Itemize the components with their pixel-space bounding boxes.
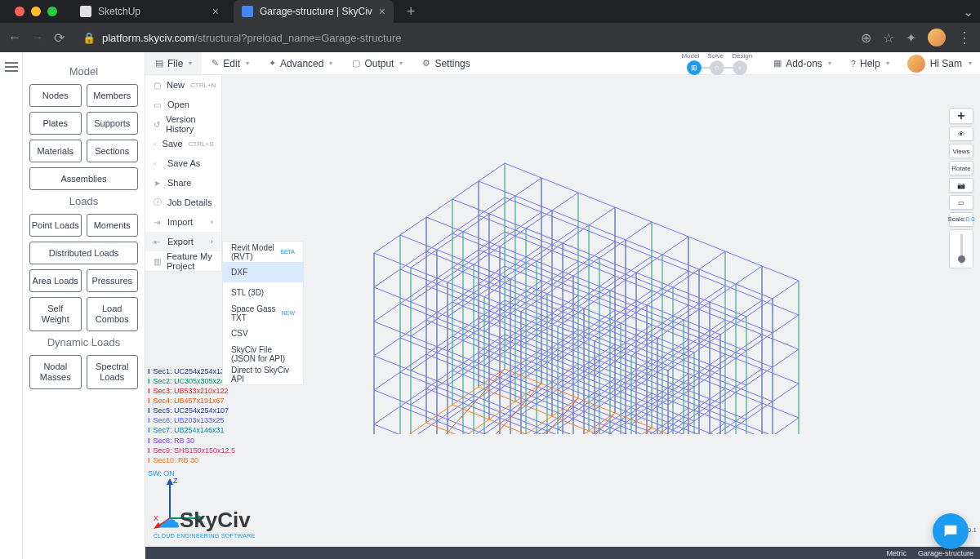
pencil-icon: ✎ <box>212 58 219 69</box>
app-toolbar: ▤ File▾ ✎ Edit▾ ✦ Advanced▾ ▢ Output▾ ⚙ … <box>145 52 980 75</box>
window-max[interactable] <box>47 7 57 16</box>
user-menu[interactable]: Hi Sam▾ <box>899 55 980 73</box>
file-menu-item[interactable]: ⇥Import› <box>145 212 221 232</box>
close-icon[interactable]: × <box>212 5 219 18</box>
export-menu-item[interactable]: Revit Model (RVT)BETA <box>223 242 303 262</box>
back-button[interactable]: ← <box>8 30 21 45</box>
panel-button[interactable]: Sections <box>87 140 139 162</box>
panel-button[interactable]: Members <box>87 84 139 107</box>
chat-button[interactable] <box>933 513 969 549</box>
menu-item-icon: ▢ <box>154 81 161 90</box>
panel-button[interactable]: Nodes <box>29 84 82 107</box>
panel-button[interactable]: SelfWeight <box>29 297 82 331</box>
panel-button[interactable]: Moments <box>87 214 139 237</box>
workflow-stages: Model Solve Design ⊞ ○ ▫ <box>681 52 752 75</box>
camera-button[interactable]: 📷 <box>949 178 973 193</box>
stage-model[interactable]: ⊞ <box>687 60 702 75</box>
view-tools: + 👁 Views Rotate 📷 ▭ Scale:0.0 <box>949 108 973 268</box>
panel-button[interactable]: SpectralLoads <box>87 355 139 389</box>
panel-button[interactable]: Assemblies <box>29 167 138 190</box>
export-menu-item[interactable]: Direct to SkyCiv API <box>223 364 303 384</box>
cloud-icon: ☁ <box>158 508 180 533</box>
favicon-icon <box>80 6 91 17</box>
stage-solve[interactable]: ○ <box>710 60 724 75</box>
tab-title: Garage-structure | SkyCiv <box>260 6 372 17</box>
project-label[interactable]: Garage-structure <box>918 549 973 557</box>
panel-button[interactable]: Point Loads <box>29 214 82 237</box>
output-menu-button[interactable]: ▢ Output▾ <box>342 52 412 74</box>
panel-button[interactable]: Pressures <box>87 269 139 292</box>
svg-line-135 <box>374 197 505 287</box>
edit-menu-button[interactable]: ✎ Edit▾ <box>202 52 259 74</box>
sidebar-toggle-col <box>0 52 23 559</box>
chevron-right-icon: › <box>211 218 213 226</box>
tab-skyciv[interactable]: Garage-structure | SkyCiv × <box>234 0 394 23</box>
rotate-button[interactable]: Rotate <box>949 161 973 175</box>
search-icon[interactable]: ⊕ <box>861 30 871 46</box>
url-input[interactable]: 🔒 platform.skyciv.com/structural?preload… <box>74 32 851 44</box>
file-menu-item[interactable]: ▫Save As <box>145 153 221 173</box>
panel-button[interactable]: LoadCombos <box>87 297 139 331</box>
file-menu-item[interactable]: ⇤Export› <box>145 232 221 251</box>
chevron-down-icon[interactable]: ⌄ <box>963 4 973 20</box>
zoom-in-button[interactable]: + <box>949 108 973 124</box>
file-menu-item[interactable]: ▢NewCTRL+N <box>145 75 221 95</box>
panel-button[interactable]: Materials <box>29 140 82 162</box>
wand-icon: ✦ <box>269 58 276 69</box>
avatar <box>907 55 925 73</box>
menu-item-icon: ↺ <box>154 120 160 129</box>
new-tab-button[interactable]: + <box>400 3 422 20</box>
views-button[interactable]: Views <box>949 144 973 158</box>
file-menu-item[interactable]: ▭Open <box>145 95 221 114</box>
advanced-menu-button[interactable]: ✦ Advanced▾ <box>259 52 342 74</box>
file-menu-item[interactable]: ➤Share <box>145 173 221 193</box>
legend-row: ISec7: UB254x146x31 <box>148 425 235 435</box>
visibility-button[interactable]: 👁 <box>949 126 973 141</box>
file-menu-item[interactable]: ↺Version History <box>145 114 221 134</box>
url-domain: platform.skyciv.com <box>102 32 194 44</box>
scale-readout: Scale:0.0 <box>949 212 973 227</box>
browser-chrome: SketchUp × Garage-structure | SkyCiv × +… <box>0 0 980 52</box>
scale-slider[interactable] <box>949 229 973 268</box>
panel-button[interactable]: NodalMasses <box>29 355 82 389</box>
file-menu-button[interactable]: ▤ File▾ <box>145 52 202 74</box>
file-menu-item[interactable]: ⓘJob Details <box>145 193 221 212</box>
addons-menu-button[interactable]: ▦ Add-ons▾ <box>764 52 841 74</box>
tab-sketchup[interactable]: SketchUp × <box>72 0 227 23</box>
help-menu-button[interactable]: ? Help▾ <box>841 52 899 74</box>
reload-button[interactable]: ⟳ <box>54 30 65 46</box>
legend-row: ISec5: UC254x254x107 <box>148 406 235 415</box>
panel-button[interactable]: Area Loads <box>29 269 82 292</box>
stage-design[interactable]: ▫ <box>733 60 747 75</box>
settings-menu-button[interactable]: ⚙ Settings <box>412 52 479 74</box>
panel-button[interactable]: Plates <box>29 112 82 135</box>
export-menu-item[interactable]: DXF <box>223 262 303 282</box>
url-path: /structural?preload_name=Garage-structur… <box>194 32 401 44</box>
units-label[interactable]: Metric <box>886 549 906 557</box>
star-icon[interactable]: ☆ <box>883 30 894 46</box>
extensions-icon[interactable]: ✦ <box>906 30 916 46</box>
file-menu-item[interactable]: ▫SaveCTRL+S <box>145 134 221 153</box>
grid-icon: ▦ <box>773 58 782 69</box>
menu-item-icon: ▫ <box>154 159 162 168</box>
close-icon[interactable]: × <box>379 5 385 18</box>
file-menu-item[interactable]: ▥Feature My Project <box>145 251 221 271</box>
svg-text:Z: Z <box>173 477 178 485</box>
window-close[interactable] <box>15 7 24 16</box>
export-menu-item[interactable]: Space Gass TXTNEW <box>223 303 303 323</box>
export-menu-item[interactable]: STL (3D) <box>223 282 303 303</box>
profile-avatar[interactable] <box>928 29 946 47</box>
export-menu-item[interactable]: SkyCiv File (JSON for API) <box>223 344 303 364</box>
svg-marker-168 <box>167 478 173 485</box>
menu-item-icon: ⇤ <box>154 237 162 246</box>
panel-button[interactable]: Supports <box>87 112 139 135</box>
menu-item-icon: ▥ <box>154 257 161 266</box>
slider-thumb[interactable] <box>958 255 965 263</box>
legend-row: ISec6: UB203x133x25 <box>148 415 235 425</box>
panel-button[interactable]: Distributed Loads <box>29 242 138 264</box>
menu-icon[interactable]: ⋮ <box>957 29 972 47</box>
window-min[interactable] <box>31 7 41 16</box>
capture-button[interactable]: ▭ <box>949 195 973 210</box>
export-menu-item[interactable]: CSV <box>223 323 303 344</box>
hamburger-icon[interactable] <box>5 62 18 72</box>
